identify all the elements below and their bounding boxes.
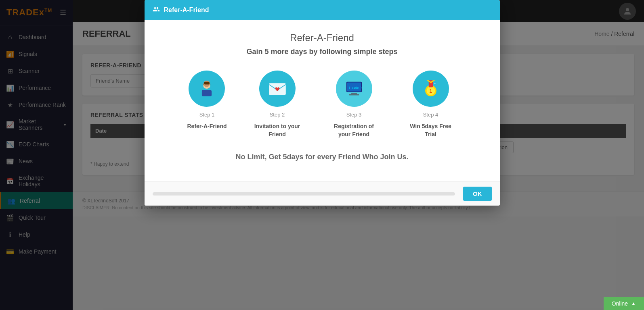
svg-text:1: 1 <box>429 88 432 94</box>
online-badge[interactable]: Online ▲ <box>604 297 644 310</box>
step-2: Step 2 Invitation to your Friend <box>251 71 304 138</box>
svg-rect-10 <box>349 94 359 96</box>
step-1-desc: Refer-A-Friend <box>187 123 227 131</box>
step-2-desc: Invitation to your Friend <box>251 123 304 138</box>
modal-scrollbar <box>153 192 455 196</box>
step-3-desc: Registration of your Friend <box>328 123 380 138</box>
svg-rect-9 <box>351 93 357 94</box>
modal-footer: OK <box>145 181 500 206</box>
step-2-label: Step 2 <box>270 112 285 118</box>
refer-header-icon <box>153 6 160 15</box>
step-3: { code } Step 3 Registration of your Fri… <box>328 71 380 138</box>
step-2-circle <box>259 71 296 107</box>
step-1-circle <box>189 71 225 107</box>
step-1-label: Step 1 <box>199 112 215 118</box>
chevron-up-icon: ▲ <box>631 301 636 306</box>
svg-rect-3 <box>202 90 212 96</box>
modal-subtitle: Gain 5 more days by following simple ste… <box>161 48 484 56</box>
step-4: 1 ★ Step 4 Win 5days Free Trial <box>405 71 457 138</box>
modal-title: Refer-A-Friend <box>161 32 484 44</box>
svg-text:{ code }: { code } <box>348 86 362 89</box>
modal-no-limit-text: No Limit, Get 5days for every Friend Who… <box>161 153 484 161</box>
steps-row: Step 1 Refer-A-Friend Step 2 Invitati <box>161 71 484 138</box>
modal-ok-button[interactable]: OK <box>463 187 492 201</box>
step-4-desc: Win 5days Free Trial <box>405 123 457 138</box>
step-4-circle: 1 ★ <box>413 71 449 107</box>
step-4-label: Step 4 <box>423 112 438 118</box>
online-label: Online <box>612 300 628 307</box>
modal-overlay[interactable]: Refer-A-Friend Refer-A-Friend Gain 5 mor… <box>0 0 644 310</box>
step-3-label: Step 3 <box>346 112 362 118</box>
modal-header: Refer-A-Friend <box>145 0 500 20</box>
modal-header-title: Refer-A-Friend <box>164 6 209 14</box>
modal-body: Refer-A-Friend Gain 5 more days by follo… <box>145 20 500 181</box>
step-3-circle: { code } <box>336 71 372 107</box>
step-1: Step 1 Refer-A-Friend <box>187 71 227 138</box>
svg-rect-5 <box>204 82 210 85</box>
refer-modal: Refer-A-Friend Refer-A-Friend Gain 5 mor… <box>145 0 500 206</box>
